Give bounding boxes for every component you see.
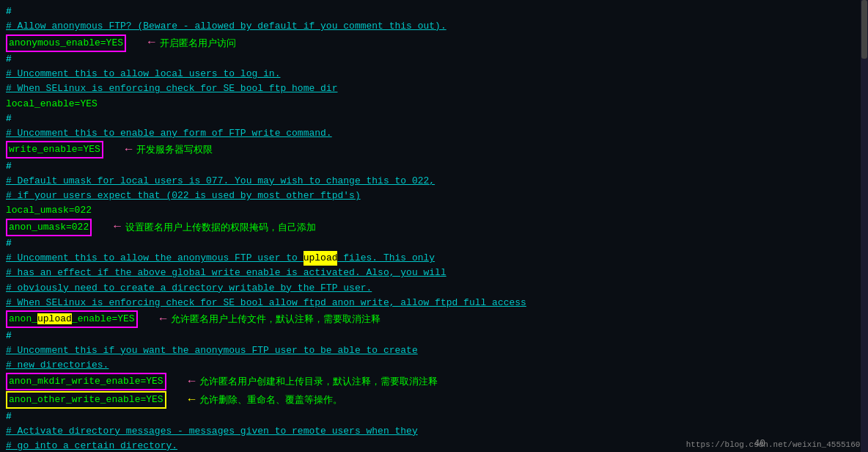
line-anon-mkdir: anon_mkdir_write_enable=YES ← 允许匿名用户创建和上…: [6, 373, 862, 391]
line-hash-6: #: [6, 329, 862, 343]
line-hash-3: #: [6, 112, 862, 126]
line-obviously: # obviously need to create a directory w…: [6, 281, 862, 296]
line-hash-4: #: [6, 159, 862, 174]
line-anon-other-write: anon_other_write_enable=YES ← 允许删除、重命名、覆…: [6, 391, 862, 409]
scrollbar-thumb[interactable]: [861, 0, 867, 59]
line-selinux-1: # When SELinux is enforcing check for SE…: [6, 81, 862, 96]
line-hash-2: #: [6, 52, 862, 67]
line-hash-5: #: [6, 236, 862, 251]
line-local-umask: local_umask=022: [6, 203, 862, 218]
line-anon-upload-enable: anon_upload_enable=YES ← 允许匿名用户上传文件，默认注释…: [6, 310, 862, 329]
line-anon-umask: anon_umask=022 ← 设置匿名用户上传数据的权限掩码，自己添加: [6, 218, 862, 236]
terminal: # # Allow anonymous FTP? (Beware - allow…: [0, 0, 868, 452]
line-uncomment-local: # Uncomment this to allow local users to…: [6, 67, 862, 81]
line-if-users: # if your users expect that (022 is used…: [6, 189, 862, 203]
line-uncomment-write: # Uncomment this to enable any form of F…: [6, 126, 862, 141]
line-hash-7: #: [6, 409, 862, 424]
line-anonymous-enable: anonymous_enable=YES ← 开启匿名用户访问: [6, 34, 862, 52]
line-local-enable: local_enable=YES: [6, 97, 862, 112]
line-new-dirs: # new directories.: [6, 358, 862, 373]
url-footer: https://blog.csdn.net/weixin_45551608: [686, 440, 868, 449]
scrollbar-track[interactable]: [861, 0, 868, 452]
line-selinux-2: # When SELinux is enforcing check for SE…: [6, 296, 862, 310]
line-allow-anonymous: # Allow anonymous FTP? (Beware - allowed…: [6, 19, 862, 34]
line-default-umask: # Default umask for local users is 077. …: [6, 174, 862, 189]
line-write-enable: write_enable=YES ← 开发服务器写权限: [6, 141, 862, 159]
line-activate-dir-msg: # Activate directory messages - messages…: [6, 424, 862, 439]
line-has-effect: # has an effect if the above global writ…: [6, 266, 862, 280]
line-uncomment-mkdir: # Uncomment this if you want the anonymo…: [6, 343, 862, 358]
line-uncomment-upload: # Uncomment this to allow the anonymous …: [6, 251, 862, 266]
line-hash-top: #: [6, 4, 862, 19]
